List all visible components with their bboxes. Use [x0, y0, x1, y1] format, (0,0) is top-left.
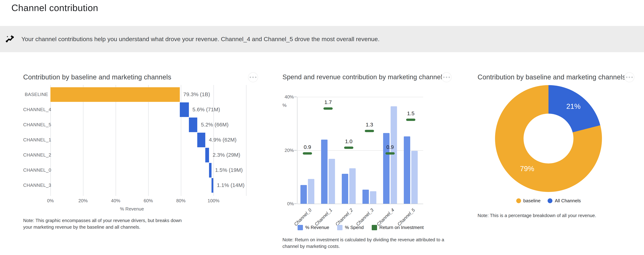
bar-value-label: 1.5% (19M): [215, 167, 243, 173]
x-axis-tick-label: 60%: [138, 198, 159, 204]
legend-item: baseline: [516, 198, 541, 204]
spend-bar: [370, 191, 376, 204]
donut-chart: [495, 85, 602, 192]
legend-dot: [548, 198, 552, 203]
legend-swatch: [337, 225, 342, 230]
donut-chart-card: Contribution by baseline and marketing c…: [478, 71, 644, 253]
legend-item: % Revenue: [298, 225, 329, 230]
x-axis-tick-label: 0%: [40, 198, 61, 204]
revenue-bar: [404, 136, 410, 204]
spend-bar: [411, 151, 418, 204]
roi-value-label: 0.9: [383, 144, 397, 150]
spend-revenue-note: Note: Return on investment is calculated…: [282, 237, 461, 250]
roi-marker: [365, 130, 374, 132]
x-axis-line: [297, 204, 423, 204]
y-axis-tick-label: 40%: [274, 94, 294, 100]
menu-dot: [629, 77, 630, 78]
category-label: CHANNEL_2: [23, 152, 48, 158]
bar-value-label: 79.3% (1B): [183, 91, 210, 97]
legend-label: % Spend: [345, 225, 364, 230]
roi-marker: [324, 107, 333, 110]
y-axis-tick-label: 20%: [274, 148, 294, 153]
more-options-button[interactable]: [624, 72, 634, 82]
spend-revenue-chart-card: Spend and revenue contribution by market…: [282, 71, 466, 253]
roi-value-label: 1.7: [321, 99, 335, 105]
channel-contribution-page: Channel contribution Your channel contri…: [0, 0, 644, 255]
legend-swatch: [372, 225, 377, 230]
insight-banner: Your channel contributions help you unde…: [0, 26, 644, 52]
x-axis-tick-label: 80%: [170, 198, 192, 204]
revenue-bar: [321, 140, 328, 204]
legend-label: % Revenue: [305, 225, 329, 230]
spend-bar: [308, 179, 314, 204]
revenue-bar: [383, 133, 390, 204]
legend-item: % Spend: [337, 225, 364, 230]
bar-channel_0: [209, 163, 212, 178]
category-label: BASELINE: [23, 92, 48, 97]
donut-note: Note: This is a percentage breakdown of …: [478, 212, 642, 219]
x-axis-tick-label: 20%: [72, 198, 94, 204]
bar-baseline: [50, 87, 180, 102]
menu-dot: [631, 77, 633, 78]
insights-icon: [5, 34, 15, 44]
roi-marker: [386, 152, 395, 155]
donut-chart-title: Contribution by baseline and marketing c…: [478, 73, 626, 81]
spend-bar: [349, 168, 356, 204]
bar-value-label: 1.1% (14M): [217, 182, 244, 188]
bar-channel_1: [197, 133, 205, 147]
waterfall-note: Note: This graphic encompasses all of yo…: [23, 217, 184, 231]
waterfall-chart-card: Contribution by baseline and marketing c…: [23, 71, 283, 246]
bar-channel_5: [189, 118, 198, 132]
bar-value-label: 4.9% (62M): [209, 137, 236, 143]
slice-label-all-channels: 21%: [566, 102, 580, 110]
y-axis-tick-label: 0%: [274, 201, 294, 207]
legend-dot: [516, 198, 521, 203]
bar-value-label: 5.2% (66M): [201, 122, 228, 128]
category-label: CHANNEL_3: [23, 183, 48, 188]
y-axis-tick: [294, 204, 297, 204]
y-axis-tick: [294, 150, 297, 150]
category-label: CHANNEL_0: [23, 167, 48, 173]
bar-channel_3: [212, 178, 213, 193]
revenue-bar: [362, 190, 369, 204]
category-label: CHANNEL_1: [23, 137, 48, 143]
roi-value-label: 1.5: [404, 110, 418, 116]
y-axis-tick: [294, 97, 297, 97]
roi-marker: [303, 152, 312, 155]
roi-value-label: 1.0: [342, 138, 356, 144]
roi-value-label: 1.3: [362, 122, 376, 128]
bar-channel_4: [180, 102, 189, 117]
donut-legend: baselineAll Channels: [495, 198, 602, 204]
legend-swatch: [298, 225, 303, 230]
x-axis-title: % Revenue: [114, 206, 150, 212]
y-axis-line: [297, 97, 298, 204]
page-title: Channel contribution: [12, 2, 98, 13]
donut-hole: [524, 114, 574, 164]
gridline: [297, 97, 423, 97]
legend-label: All Channels: [555, 198, 581, 204]
roi-marker: [406, 119, 415, 121]
category-label: CHANNEL_5: [23, 122, 48, 127]
x-axis-tick-label: 100%: [203, 198, 224, 204]
menu-dot: [626, 77, 628, 78]
insight-text: Your channel contributions help you unde…: [22, 36, 380, 42]
gridline: [181, 85, 181, 196]
legend-label: baseline: [523, 198, 541, 204]
legend-item: All Channels: [548, 198, 581, 204]
legend-item: Return on Investment: [372, 225, 424, 230]
revenue-bar: [300, 185, 307, 204]
revenue-bar: [342, 174, 348, 204]
roi-value-label: 0.9: [300, 144, 314, 150]
category-label: CHANNEL_4: [23, 107, 48, 112]
bar-value-label: 5.6% (71M): [192, 106, 220, 113]
bar-value-label: 2.3% (29M): [212, 152, 240, 158]
bar-chart-legend: % Revenue% SpendReturn on Investment: [298, 225, 424, 230]
spend-bar: [328, 159, 335, 204]
gridline: [246, 85, 246, 196]
bar-channel_2: [205, 148, 209, 162]
spend-bar: [390, 106, 397, 204]
legend-label: Return on Investment: [380, 225, 424, 230]
roi-marker: [344, 147, 353, 149]
x-axis-tick-label: 40%: [105, 198, 126, 204]
slice-label-baseline: 79%: [520, 165, 534, 173]
